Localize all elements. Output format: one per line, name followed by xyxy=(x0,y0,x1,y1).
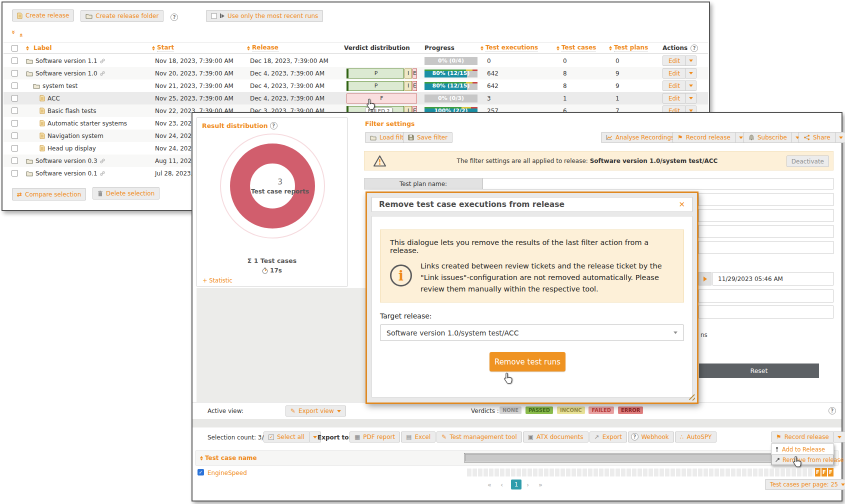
atx-documents-button[interactable]: ▣ATX documents xyxy=(523,432,588,442)
pagination-current-page[interactable]: 1 xyxy=(511,480,522,490)
menu-item-remove-from-release[interactable]: Remove from release xyxy=(772,454,834,465)
edit-button[interactable]: Edit xyxy=(662,93,686,104)
select-all-rows-checkbox[interactable] xyxy=(12,45,18,52)
edit-dropdown-button[interactable] xyxy=(686,56,696,66)
release-row[interactable]: Software version 1.1 Nov 18, 2023, 7:39:… xyxy=(4,54,708,67)
help-icon[interactable]: ? xyxy=(828,407,836,414)
export-button[interactable]: ↗Export xyxy=(590,432,627,442)
autospy-button[interactable]: ∴AutoSPY xyxy=(675,432,716,442)
release-label[interactable]: Navigation system xyxy=(48,132,104,140)
column-header-cases[interactable]: Test cases xyxy=(562,44,596,52)
pagination-previous[interactable]: ‹ xyxy=(500,481,503,488)
verdict-cell-failed[interactable]: F xyxy=(822,468,827,476)
help-icon[interactable]: ? xyxy=(690,44,698,52)
sort-icon[interactable] xyxy=(609,46,612,50)
statistic-link[interactable]: + Statistic xyxy=(202,277,232,284)
edit-split-button[interactable]: Edit xyxy=(662,56,696,66)
pdf-report-button[interactable]: ▦PDF report xyxy=(350,432,400,442)
edit-button[interactable]: Edit xyxy=(662,56,686,66)
column-header-executions[interactable]: Test executions xyxy=(486,44,538,52)
row-checkbox[interactable] xyxy=(12,108,18,114)
release-row[interactable]: system test Nov 21, 2023, 7:39:00 AM Dec… xyxy=(4,80,708,92)
column-header-label[interactable]: Label xyxy=(34,44,52,52)
edit-button[interactable]: Edit xyxy=(662,80,686,91)
verdict-error-segment[interactable]: E xyxy=(412,68,417,78)
create-release-button[interactable]: Create release xyxy=(12,10,74,22)
help-icon[interactable]: ? xyxy=(270,122,278,130)
expand-all-icon[interactable]: » xyxy=(10,30,18,37)
datetime-input[interactable]: 11/29/2023 05:46 AM xyxy=(712,272,834,286)
release-label[interactable]: system test xyxy=(42,82,78,90)
release-label[interactable]: Basic flash tests xyxy=(48,108,96,114)
row-checkbox[interactable] xyxy=(12,170,18,176)
release-label[interactable]: ACC xyxy=(48,95,60,102)
row-checkbox[interactable] xyxy=(12,70,18,76)
filter-input[interactable] xyxy=(698,225,834,238)
subscribe-button[interactable]: Subscribe xyxy=(744,132,792,143)
row-checkbox[interactable] xyxy=(12,158,18,164)
edit-dropdown-button[interactable] xyxy=(686,68,696,78)
share-dropdown-button[interactable] xyxy=(836,132,845,143)
verdict-passed-segment[interactable]: P xyxy=(346,81,404,91)
test-case-name-header[interactable]: Test case name xyxy=(205,454,257,462)
test-management-tool-button[interactable]: ✎Test management tool xyxy=(436,432,522,442)
per-page-button[interactable]: Test cases per page: 25 xyxy=(765,479,845,490)
record-release-button[interactable]: ⚑Record release xyxy=(672,132,736,143)
release-label[interactable]: Software version 1.0 xyxy=(36,70,98,77)
verdict-inconclusive-segment[interactable]: I xyxy=(404,81,412,91)
sort-icon[interactable] xyxy=(247,46,250,50)
help-icon[interactable]: ? xyxy=(170,14,178,21)
sort-icon[interactable] xyxy=(152,46,155,50)
select-all-button[interactable]: ✓Select all xyxy=(264,432,310,442)
pagination-next[interactable]: › xyxy=(526,481,529,488)
analyse-recordings-button[interactable]: Analyse Recordings xyxy=(601,132,679,143)
test-case-row[interactable]: ✓ EngineSpeed F F F xyxy=(196,467,838,479)
deactivate-button[interactable]: Deactivate xyxy=(786,156,829,167)
save-filter-button[interactable]: Save filter xyxy=(403,132,452,143)
verdict-bar[interactable]: F xyxy=(346,94,417,104)
verdict-cell-failed[interactable]: F xyxy=(828,468,834,476)
excel-button[interactable]: ▤Excel xyxy=(401,432,436,442)
edit-split-button[interactable]: Edit xyxy=(662,80,696,91)
record-release-button[interactable]: ⚑Record release xyxy=(771,432,834,442)
share-button[interactable]: Share xyxy=(798,132,836,143)
sort-icon[interactable] xyxy=(200,456,203,460)
verdict-inconclusive-segment[interactable]: I xyxy=(404,68,412,78)
test-plan-name-input[interactable] xyxy=(482,178,834,190)
column-header-plans[interactable]: Test plans xyxy=(614,44,648,52)
release-label[interactable]: Head up display xyxy=(48,145,96,152)
row-checkbox[interactable] xyxy=(12,95,18,102)
resize-grip[interactable] xyxy=(689,394,695,400)
sort-icon[interactable] xyxy=(26,46,29,50)
filter-input[interactable] xyxy=(698,290,834,302)
release-label[interactable]: Software version 0.3 xyxy=(36,158,98,164)
record-release-dropdown-button[interactable] xyxy=(834,432,845,442)
collapse-all-icon[interactable]: » xyxy=(17,30,24,37)
verdict-passed-segment[interactable]: P xyxy=(346,68,404,78)
row-checkbox[interactable] xyxy=(12,145,18,152)
release-row[interactable]: Software version 1.0 Nov 20, 2023, 7:39:… xyxy=(4,67,708,80)
verdict-cell-failed[interactable]: F xyxy=(815,468,820,476)
help-icon[interactable]: ? xyxy=(631,433,638,440)
menu-item-add-to-release[interactable]: Add to Release xyxy=(772,444,834,454)
pagination-first[interactable]: « xyxy=(488,481,492,488)
verdict-error-segment[interactable]: E xyxy=(412,81,417,91)
filter-input[interactable] xyxy=(698,193,834,206)
delete-selection-button[interactable]: Delete selection xyxy=(92,187,160,200)
row-checkbox[interactable] xyxy=(12,82,18,89)
filter-input[interactable] xyxy=(698,306,834,318)
test-case-name[interactable]: EngineSpeed xyxy=(208,470,247,476)
target-release-select[interactable]: Software version 1.0/system test/ACC xyxy=(380,324,684,341)
edit-split-button[interactable]: Edit xyxy=(662,93,696,104)
row-checkbox[interactable] xyxy=(12,58,18,64)
verdict-bar[interactable]: PIE xyxy=(346,81,417,91)
donut-chart[interactable]: 3 Test case reports xyxy=(230,144,315,228)
release-label[interactable]: Software version 0.1 xyxy=(36,170,98,177)
release-label[interactable]: Automatic starter systems xyxy=(48,120,127,127)
release-row-acc[interactable]: ACC Nov 25, 2023, 7:39:00 AM Dec 4, 2023… xyxy=(4,92,708,104)
sort-icon[interactable] xyxy=(556,46,560,50)
column-header-start[interactable]: Start xyxy=(157,44,174,52)
compare-selection-button[interactable]: ⇄Compare selection xyxy=(12,188,86,200)
test-case-checkbox[interactable]: ✓ xyxy=(198,469,204,476)
create-release-folder-button[interactable]: Create release folder xyxy=(80,10,164,22)
